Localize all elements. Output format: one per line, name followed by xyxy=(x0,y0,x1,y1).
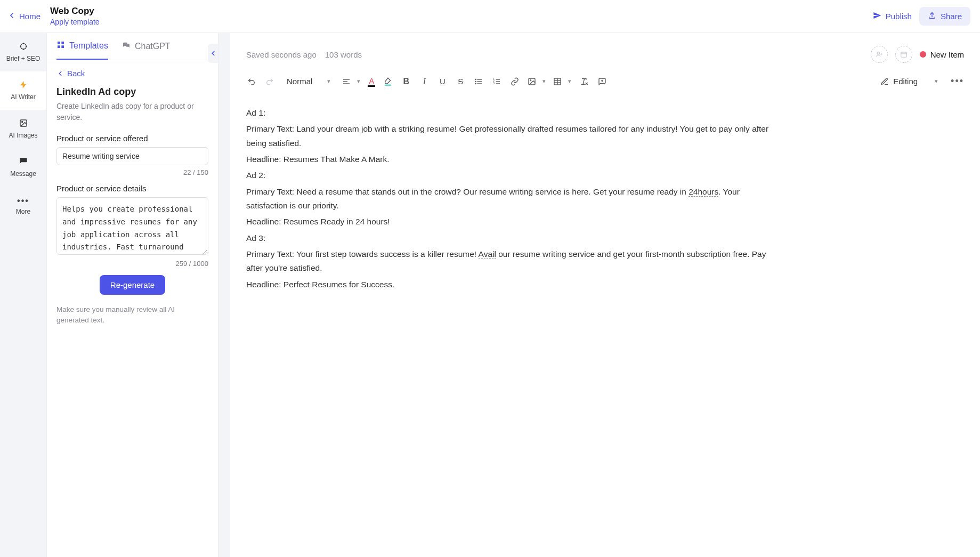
section-desc: Create LinkedIn ads copy for a product o… xyxy=(56,101,208,123)
send-icon xyxy=(873,11,881,21)
page-title: Web Copy xyxy=(50,5,100,17)
tab-chatgpt[interactable]: ChatGPT xyxy=(122,41,171,60)
toolbar-more-button[interactable]: ••• xyxy=(951,76,964,87)
details-counter: 259 / 1000 xyxy=(56,260,208,268)
align-group[interactable]: ▾ xyxy=(342,77,360,86)
spellcheck-word[interactable]: Avail xyxy=(479,249,496,259)
underline-button[interactable]: U xyxy=(437,76,448,87)
nav-message[interactable]: Message xyxy=(0,148,46,187)
svg-point-1 xyxy=(20,44,26,50)
nav-ai-writer[interactable]: AI Writer xyxy=(0,71,46,110)
publish-button[interactable]: Publish xyxy=(873,11,912,21)
templates-panel: Templates ChatGPT Back LinkedIn Ad copy … xyxy=(47,33,218,557)
strikethrough-button[interactable]: S xyxy=(455,76,466,87)
spellcheck-word[interactable]: 24hours xyxy=(689,187,718,197)
svg-point-36 xyxy=(530,79,531,80)
product-field-label: Product or service offered xyxy=(56,134,208,143)
chevron-down-icon: ▾ xyxy=(327,78,330,85)
image-group[interactable]: ▾ xyxy=(528,77,546,86)
format-select[interactable]: Normal ▾ xyxy=(282,75,335,88)
section-title: LinkedIn Ad copy xyxy=(56,86,208,98)
home-link[interactable]: Home xyxy=(7,11,41,21)
bold-button[interactable]: B xyxy=(401,76,411,87)
back-link[interactable]: Back xyxy=(56,69,208,78)
doc-paragraph: Primary Text: Land your dream job with a… xyxy=(246,122,779,150)
product-input[interactable] xyxy=(56,147,208,165)
format-label: Normal xyxy=(287,77,312,86)
word-count: 103 words xyxy=(325,50,362,59)
chevron-down-icon: ▾ xyxy=(357,78,360,85)
topbar-left: Home Web Copy Apply template xyxy=(7,5,100,27)
undo-button[interactable] xyxy=(246,76,257,87)
target-icon xyxy=(19,42,28,53)
doc-paragraph: Ad 1: xyxy=(246,106,779,120)
details-textarea[interactable] xyxy=(56,197,208,255)
editor-area: Saved seconds ago 103 words New Item xyxy=(218,33,980,557)
doc-paragraph: Ad 2: xyxy=(246,168,779,182)
text-color-button[interactable]: A xyxy=(368,76,375,87)
status-selector[interactable]: New Item xyxy=(920,50,964,59)
share-label: Share xyxy=(941,12,962,21)
table-group[interactable]: ▾ xyxy=(553,77,571,86)
share-button[interactable]: Share xyxy=(919,7,970,26)
nav-more[interactable]: ••• More xyxy=(0,187,46,225)
details-field-label: Product or service details xyxy=(56,184,208,193)
svg-point-27 xyxy=(475,81,476,82)
apply-template-link[interactable]: Apply template xyxy=(50,17,100,27)
insert-comment-button[interactable] xyxy=(597,76,608,87)
doc-paragraph: Headline: Perfect Resumes for Success. xyxy=(246,278,779,292)
main: Brief + SEO AI Writer AI Images Message … xyxy=(0,33,980,557)
svg-rect-8 xyxy=(58,42,60,44)
collapse-panel-button[interactable] xyxy=(208,44,218,63)
clear-format-button[interactable] xyxy=(579,76,589,87)
topbar-right: Publish Share xyxy=(873,7,970,26)
tab-templates[interactable]: Templates xyxy=(56,41,108,60)
add-user-button[interactable] xyxy=(871,46,888,63)
doc-paragraph: Headline: Resumes That Make A Mark. xyxy=(246,152,779,166)
nav-label: AI Images xyxy=(9,132,37,139)
bubbles-icon xyxy=(122,41,131,52)
italic-button[interactable]: I xyxy=(419,76,430,87)
redo-button[interactable] xyxy=(264,76,275,87)
editing-label: Editing xyxy=(893,77,918,86)
templates-icon xyxy=(56,41,65,51)
add-date-button[interactable] xyxy=(895,46,912,63)
numbered-list-button[interactable]: 123 xyxy=(491,76,502,87)
status-label: New Item xyxy=(930,50,964,59)
document-body[interactable]: Ad 1: Primary Text: Land your dream job … xyxy=(246,96,779,292)
bolt-icon xyxy=(19,80,28,91)
highlight-button[interactable] xyxy=(383,76,393,87)
doc-paragraph: Primary Text: Need a resume that stands … xyxy=(246,185,779,213)
svg-text:3: 3 xyxy=(493,82,495,85)
link-button[interactable] xyxy=(509,76,520,87)
nav-label: AI Writer xyxy=(11,93,35,101)
topbar: Home Web Copy Apply template Publish Sha… xyxy=(0,0,980,33)
nav-brief-seo[interactable]: Brief + SEO xyxy=(0,33,46,71)
chevron-left-icon xyxy=(7,11,16,21)
chevron-down-icon: ▾ xyxy=(568,78,571,85)
editor-status-right: New Item xyxy=(871,46,964,63)
home-label: Home xyxy=(19,12,41,21)
bullet-list-button[interactable] xyxy=(473,76,484,87)
nav-ai-images[interactable]: AI Images xyxy=(0,110,46,148)
doc-paragraph: Ad 3: xyxy=(246,231,779,245)
nav-label: More xyxy=(16,208,30,215)
panel-tabs: Templates ChatGPT xyxy=(47,33,218,60)
product-counter: 22 / 150 xyxy=(56,168,208,176)
doc-paragraph: Headline: Resumes Ready in 24 hours! xyxy=(246,215,779,229)
title-block: Web Copy Apply template xyxy=(50,5,100,27)
dots-icon: ••• xyxy=(17,196,29,206)
svg-rect-9 xyxy=(61,42,64,44)
svg-point-26 xyxy=(475,79,476,79)
editor-toolbar: Normal ▾ ▾ A B I U S xyxy=(246,75,964,96)
chevron-down-icon: ▾ xyxy=(935,78,938,85)
back-label: Back xyxy=(67,69,85,78)
regenerate-button[interactable]: Re-generate xyxy=(100,275,165,295)
editing-mode-select[interactable]: Editing ▾ xyxy=(880,77,938,86)
saved-status: Saved seconds ago xyxy=(246,50,317,59)
chat-icon xyxy=(19,157,28,168)
chevron-down-icon: ▾ xyxy=(542,78,546,85)
upload-icon xyxy=(928,11,936,21)
editor-status-left: Saved seconds ago 103 words xyxy=(246,50,362,59)
panel-body: Back LinkedIn Ad copy Create LinkedIn ad… xyxy=(47,60,218,339)
